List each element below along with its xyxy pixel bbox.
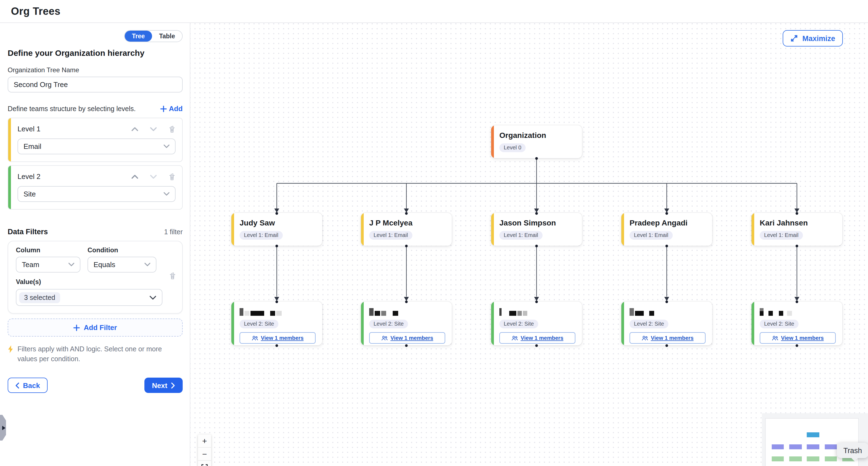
plus-icon (160, 105, 166, 112)
zoom-out-button[interactable]: − (198, 448, 211, 461)
view-members-button[interactable]: View 1 members (499, 332, 576, 344)
zoom-controls: + − (198, 435, 211, 466)
node-title: J P Mcelyea (369, 219, 445, 227)
org-chart-canvas[interactable]: Maximize Organization Level 0 Judy Saw L… (190, 23, 868, 466)
lightning-icon (8, 345, 14, 353)
sidebar-heading: Define your Organization hierarchy (8, 48, 183, 57)
chevron-down-icon (150, 127, 157, 131)
trash-icon (168, 125, 176, 133)
level-card-1: Level 1 Email (8, 118, 183, 162)
level2-accent-bar (8, 166, 11, 209)
add-level-button[interactable]: Add (160, 105, 183, 113)
org-node-level2-5[interactable]: Level 2: Site View 1 members (751, 301, 842, 345)
node-title: Kari Jahnsen (760, 219, 836, 227)
redacted-name (369, 308, 445, 316)
filter-values-select[interactable]: 3 selected (16, 289, 162, 306)
level1-label: Level 1 (18, 125, 40, 133)
data-filters-title: Data Filters (8, 228, 48, 236)
level2-label: Level 2 (18, 172, 40, 181)
chevron-left-icon (15, 382, 19, 388)
org-node-root[interactable]: Organization Level 0 (491, 125, 582, 158)
selected-values-chip: 3 selected (19, 292, 60, 303)
node-level-badge: Level 1: Email (240, 231, 283, 240)
tree-name-label: Organization Tree Name (8, 66, 183, 74)
node-level-badge: Level 2: Site (499, 320, 538, 328)
app-header: Org Trees (0, 0, 868, 23)
filter-column-select[interactable]: Team (16, 257, 81, 272)
org-node-level1-2[interactable]: J P Mcelyea Level 1: Email (361, 213, 452, 246)
column-label: Column (16, 246, 81, 254)
level2-move-down-button[interactable] (150, 174, 157, 179)
members-icon (772, 335, 778, 341)
org-node-level1-5[interactable]: Kari Jahnsen Level 1: Email (751, 213, 842, 246)
values-label: Value(s) (16, 278, 176, 286)
redacted-name (629, 308, 706, 316)
node-level-badge: Level 1: Email (629, 231, 673, 240)
node-level-badge: Level 2: Site (369, 320, 408, 328)
node-accent-bar (491, 125, 494, 158)
view-members-button[interactable]: View 1 members (760, 332, 836, 344)
minimap-root-node (807, 432, 819, 437)
node-accent-bar (751, 301, 754, 345)
level1-field-select[interactable]: Email (18, 139, 176, 154)
level-card-2: Level 2 Site (8, 165, 183, 210)
level2-field-select[interactable]: Site (18, 186, 176, 202)
org-node-level2-3[interactable]: Level 2: Site View 1 members (491, 301, 582, 345)
filter-delete-button[interactable] (169, 272, 176, 280)
view-members-button[interactable]: View 1 members (629, 332, 706, 344)
fit-view-button[interactable] (198, 461, 211, 466)
minimap-panel (765, 418, 859, 466)
level2-delete-button[interactable] (168, 173, 176, 180)
chevron-up-icon (131, 174, 138, 179)
org-node-level2-1[interactable]: Level 2: Site View 1 members (231, 301, 322, 345)
tree-name-input[interactable] (8, 77, 183, 92)
fit-view-icon (201, 464, 208, 466)
node-accent-bar (361, 213, 364, 246)
minimap-level1-node (825, 444, 837, 449)
trash-icon (168, 173, 176, 180)
level1-delete-button[interactable] (168, 125, 176, 133)
org-node-level2-4[interactable]: Level 2: Site View 1 members (621, 301, 712, 345)
zoom-in-button[interactable]: + (198, 435, 211, 448)
caret-right-icon (2, 426, 5, 430)
level2-move-up-button[interactable] (131, 174, 138, 179)
filters-note: Filters apply with AND logic. Select one… (8, 344, 172, 364)
minimap-level1-node (807, 444, 819, 449)
add-filter-button[interactable]: Add Filter (8, 319, 183, 337)
chevron-down-icon (145, 263, 150, 266)
chevron-down-icon (149, 295, 156, 300)
minimap-level2-node (789, 457, 802, 461)
chevron-down-icon (163, 192, 169, 196)
org-node-level1-3[interactable]: Jason Simpson Level 1: Email (491, 213, 582, 246)
node-title: Jason Simpson (499, 219, 576, 227)
toggle-tree-button[interactable]: Tree (125, 31, 152, 41)
filter-count-badge: 1 filter (164, 228, 183, 236)
view-members-button[interactable]: View 1 members (369, 332, 445, 344)
maximize-button[interactable]: Maximize (783, 30, 843, 47)
level1-move-up-button[interactable] (131, 127, 138, 131)
minimap-level1-node (772, 444, 784, 449)
org-node-level1-1[interactable]: Judy Saw Level 1: Email (231, 213, 322, 246)
back-button[interactable]: Back (8, 378, 48, 393)
members-icon (642, 335, 648, 341)
redacted-name (760, 308, 836, 316)
view-members-button[interactable]: View 1 members (240, 332, 316, 344)
next-button[interactable]: Next (145, 378, 183, 393)
minimap-level2-node (825, 457, 837, 461)
node-level-badge: Level 1: Email (760, 231, 803, 240)
org-node-level2-2[interactable]: Level 2: Site View 1 members (361, 301, 452, 345)
minimap-level2-node (772, 457, 784, 461)
view-toggle: Tree Table (8, 30, 183, 42)
toggle-table-button[interactable]: Table (152, 31, 182, 41)
expand-icon (790, 34, 798, 42)
trash-tooltip: Trash (837, 443, 868, 458)
org-node-level1-4[interactable]: Pradeep Angadi Level 1: Email (621, 213, 712, 246)
members-icon (381, 335, 388, 341)
node-title: Organization (499, 131, 576, 140)
chevron-down-icon (150, 174, 157, 179)
node-accent-bar (751, 213, 754, 246)
level1-move-down-button[interactable] (150, 127, 157, 131)
filter-condition-select[interactable]: Equals (88, 257, 156, 272)
org-trees-app: Org Trees Tree Table Define your Organiz… (0, 0, 868, 466)
chevron-right-icon (171, 382, 175, 388)
